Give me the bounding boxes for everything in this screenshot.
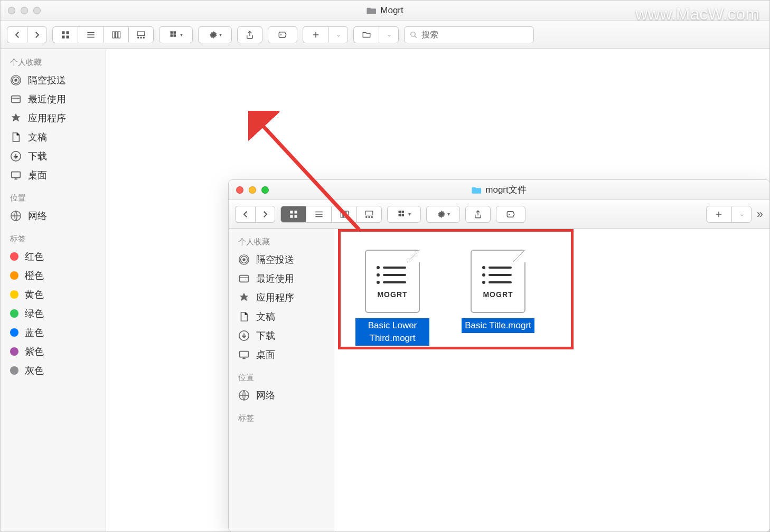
path-dropdown[interactable]: ⌵ [379, 26, 399, 43]
sidebar-item-desktop[interactable]: 桌面 [229, 345, 334, 364]
sidebar-item-desktop[interactable]: 桌面 [1, 166, 106, 185]
sidebar-item-documents[interactable]: 文稿 [229, 307, 334, 326]
icon-view-button[interactable] [280, 206, 306, 223]
folder-icon [367, 7, 376, 14]
new-folder-button[interactable] [706, 206, 731, 223]
group-by-button[interactable]: ▾ [387, 206, 421, 223]
desktop-icon [10, 169, 22, 181]
search-icon [410, 31, 417, 39]
back-button[interactable] [7, 26, 27, 43]
sidebar-item-label: 橙色 [25, 269, 44, 282]
sidebar-item-network[interactable]: 网络 [1, 206, 106, 225]
downloads-icon [238, 330, 250, 341]
tags-button[interactable] [268, 26, 297, 43]
new-folder-group: ⌵ [706, 206, 752, 223]
sidebar-item-label: 网络 [28, 210, 47, 222]
sidebar-item-downloads[interactable]: 下载 [1, 147, 106, 166]
sidebar-tag-blue[interactable]: 蓝色 [1, 323, 106, 342]
forward-button[interactable] [255, 206, 275, 223]
sidebar-tag-green[interactable]: 绿色 [1, 304, 106, 323]
group-by-button[interactable]: ▾ [159, 26, 193, 43]
sidebar-item-documents[interactable]: 文稿 [1, 128, 106, 147]
view-buttons [52, 26, 154, 43]
tags-header: 标签 [229, 410, 334, 426]
share-button[interactable] [237, 26, 262, 43]
sidebar-item-label: 最近使用 [256, 272, 294, 285]
sidebar-item-recent[interactable]: 最近使用 [1, 90, 106, 109]
path-button[interactable] [353, 26, 379, 43]
sidebar-item-label: 桌面 [28, 169, 47, 182]
overflow-button[interactable]: » [757, 207, 763, 221]
sidebar-tag-purple[interactable]: 紫色 [1, 342, 106, 361]
action-button[interactable]: ▾ [198, 26, 232, 43]
new-folder-dropdown[interactable]: ⌵ [731, 206, 752, 223]
icon-view-button[interactable] [52, 26, 78, 43]
sidebar-item-label: 灰色 [25, 364, 44, 377]
path-group: ⌵ [353, 26, 399, 43]
sidebar-item-label: 桌面 [256, 348, 275, 361]
file-item[interactable]: MOGRT Basic Lower Third.mogrt [355, 250, 429, 346]
file-item[interactable]: MOGRT Basic Title.mogrt [461, 250, 535, 346]
new-folder-button[interactable] [303, 26, 328, 43]
file-name: Basic Lower Third.mogrt [355, 318, 429, 346]
toolbar: ▾ ▾ ⌵ ⌵ [1, 21, 769, 49]
sidebar-item-network[interactable]: 网络 [229, 386, 334, 405]
svg-rect-9 [140, 36, 142, 38]
sidebar-item-airdrop[interactable]: 隔空投送 [229, 250, 334, 269]
minimize-button[interactable] [21, 7, 28, 14]
search-input[interactable] [421, 30, 528, 40]
svg-rect-2 [62, 35, 64, 38]
sidebar-tag-orange[interactable]: 橙色 [1, 266, 106, 285]
sidebar-tag-yellow[interactable]: 黄色 [1, 285, 106, 304]
maximize-button[interactable] [261, 186, 269, 194]
finder-window-mogrt: mogrt文件 ▾ ▾ ⌵ » 个人收藏 隔空投送 最近使用 [228, 179, 770, 532]
close-button[interactable] [236, 186, 243, 194]
recent-icon [10, 93, 22, 105]
gallery-view-button[interactable] [128, 26, 154, 43]
svg-rect-34 [369, 216, 370, 217]
svg-rect-30 [343, 211, 345, 217]
window-title-text: mogrt文件 [485, 184, 526, 196]
sidebar-item-applications[interactable]: 应用程序 [229, 288, 334, 307]
svg-rect-3 [66, 35, 69, 38]
sidebar-item-downloads[interactable]: 下载 [229, 326, 334, 345]
gallery-view-button[interactable] [356, 206, 382, 223]
svg-rect-45 [240, 276, 249, 282]
share-button[interactable] [465, 206, 491, 223]
locations-header: 位置 [1, 190, 106, 206]
sidebar-item-recent[interactable]: 最近使用 [229, 269, 334, 288]
sidebar-item-airdrop[interactable]: 隔空投送 [1, 71, 106, 90]
tag-dot-icon [10, 347, 18, 356]
sidebar-item-applications[interactable]: 应用程序 [1, 109, 106, 128]
action-button[interactable]: ▾ [426, 206, 460, 223]
titlebar[interactable]: Mogrt [1, 1, 769, 21]
minimize-button[interactable] [249, 186, 256, 194]
sidebar-tag-red[interactable]: 红色 [1, 247, 106, 266]
svg-point-18 [14, 79, 17, 82]
search-box[interactable] [404, 26, 534, 43]
titlebar[interactable]: mogrt文件 [229, 180, 769, 200]
column-view-button[interactable] [331, 206, 356, 223]
list-view-button[interactable] [306, 206, 331, 223]
back-button[interactable] [235, 206, 255, 223]
sidebar-item-label: 隔空投送 [256, 253, 294, 266]
close-button[interactable] [8, 7, 15, 14]
svg-rect-35 [371, 216, 373, 217]
mogrt-file-icon: MOGRT [471, 250, 525, 313]
tags-button[interactable] [496, 206, 525, 223]
svg-rect-36 [398, 211, 401, 213]
forward-button[interactable] [27, 26, 47, 43]
traffic-lights [236, 186, 269, 194]
svg-rect-29 [341, 211, 343, 217]
favorites-header: 个人收藏 [229, 234, 334, 250]
view-buttons [280, 206, 382, 223]
sidebar-item-label: 绿色 [25, 307, 44, 320]
new-folder-dropdown[interactable]: ⌵ [328, 26, 348, 43]
content-area[interactable]: MOGRT Basic Lower Third.mogrt MOGRT Basi… [334, 229, 769, 531]
favorites-header: 个人收藏 [1, 54, 106, 71]
column-view-button[interactable] [103, 26, 128, 43]
list-view-button[interactable] [78, 26, 103, 43]
sidebar: 个人收藏 隔空投送 最近使用 应用程序 文稿 下载 桌面 位置 网络 标签 [229, 229, 334, 531]
sidebar-tag-gray[interactable]: 灰色 [1, 361, 106, 380]
maximize-button[interactable] [33, 7, 41, 14]
